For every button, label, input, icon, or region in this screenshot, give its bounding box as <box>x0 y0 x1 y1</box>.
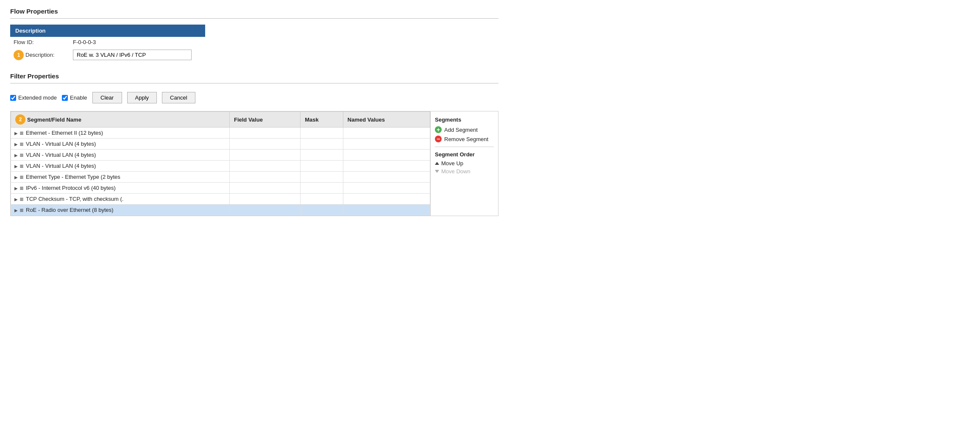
flow-id-label: Flow ID: <box>10 37 70 47</box>
row-expander[interactable]: ▶ <box>14 197 18 202</box>
row-expander[interactable]: ▶ <box>14 153 18 158</box>
segments-sidebar: Segments + Add Segment − Remove Segment … <box>430 111 498 216</box>
filter-table-layout: 2 Segment/Field Name Field Value Mask Na… <box>10 111 498 216</box>
segment-icon: ≣ <box>19 152 24 158</box>
sidebar-divider <box>435 147 494 147</box>
enable-checkbox[interactable] <box>62 95 68 101</box>
description-header: Description <box>10 25 205 37</box>
row-expander[interactable]: ▶ <box>14 208 18 213</box>
enable-label: Enable <box>70 94 87 101</box>
col-field-value: Field Value <box>229 112 300 128</box>
field-value-cell <box>229 205 300 216</box>
named-values-cell <box>343 128 430 139</box>
segment-name-text: VLAN - Virtual LAN (4 bytes) <box>26 152 96 158</box>
flow-id-row: Flow ID: F-0-0-0-3 <box>10 37 205 47</box>
add-segment-action[interactable]: + Add Segment <box>435 126 494 133</box>
segment-icon: ≣ <box>19 196 24 202</box>
row-expander[interactable]: ▶ <box>14 186 18 191</box>
step-badge-1: 1 <box>14 50 24 60</box>
remove-segment-action[interactable]: − Remove Segment <box>435 136 494 142</box>
segment-icon: ≣ <box>19 207 24 213</box>
table-header-row: 2 Segment/Field Name Field Value Mask Na… <box>11 112 430 128</box>
flow-id-value: F-0-0-0-3 <box>70 37 205 47</box>
field-value-cell <box>229 172 300 183</box>
segment-icon: ≣ <box>19 174 24 180</box>
enable-checkbox-label[interactable]: Enable <box>62 94 87 101</box>
flow-properties-title: Flow Properties <box>10 8 498 15</box>
description-table: Description Flow ID: F-0-0-0-3 1 Descrip… <box>10 25 205 62</box>
col-segment-field-name-text: Segment/Field Name <box>27 117 81 123</box>
description-label-text: Description: <box>25 52 55 58</box>
apply-button[interactable]: Apply <box>127 92 157 103</box>
segments-table-container: 2 Segment/Field Name Field Value Mask Na… <box>11 111 430 216</box>
row-expander[interactable]: ▶ <box>14 131 18 136</box>
filter-properties-title: Filter Properties <box>10 72 498 80</box>
segment-order-title: Segment Order <box>435 151 494 158</box>
move-up-action[interactable]: Move Up <box>435 160 494 167</box>
filter-properties-section: Filter Properties Extended mode Enable C… <box>10 72 498 216</box>
mask-cell <box>301 172 343 183</box>
move-down-icon <box>435 170 439 173</box>
mask-cell <box>301 183 343 194</box>
field-value-cell <box>229 139 300 150</box>
description-input[interactable] <box>73 50 192 60</box>
move-up-label: Move Up <box>441 160 463 167</box>
row-expander[interactable]: ▶ <box>14 164 18 169</box>
extended-mode-checkbox-label[interactable]: Extended mode <box>10 94 57 101</box>
segment-name-cell: ▶≣IPv6 - Internet Protocol v6 (40 bytes) <box>11 183 230 194</box>
table-row[interactable]: ▶≣Ethernet Type - Ethernet Type (2 bytes <box>11 172 430 183</box>
description-row: 1 Description: <box>10 47 205 62</box>
mask-cell <box>301 128 343 139</box>
segments-table: 2 Segment/Field Name Field Value Mask Na… <box>11 111 430 216</box>
col-mask: Mask <box>301 112 343 128</box>
segment-name-text: Ethernet Type - Ethernet Type (2 bytes <box>26 174 120 180</box>
table-row[interactable]: ▶≣Ethernet - Ethernet II (12 bytes) <box>11 128 430 139</box>
clear-button[interactable]: Clear <box>92 92 122 103</box>
move-down-action[interactable]: Move Down <box>435 168 494 175</box>
segment-name-cell: ▶≣Ethernet - Ethernet II (12 bytes) <box>11 128 230 139</box>
segment-name-cell: ▶≣TCP Checksum - TCP, with checksum (. <box>11 194 230 205</box>
segment-icon: ≣ <box>19 163 24 169</box>
filter-controls: Extended mode Enable Clear Apply Cancel <box>10 89 498 106</box>
table-row[interactable]: ▶≣VLAN - Virtual LAN (4 bytes) <box>11 161 430 172</box>
named-values-cell <box>343 205 430 216</box>
named-values-cell <box>343 172 430 183</box>
description-row-label: 1 Description: <box>10 47 70 62</box>
field-value-cell <box>229 150 300 161</box>
segment-name-cell: ▶≣VLAN - Virtual LAN (4 bytes) <box>11 161 230 172</box>
table-row[interactable]: ▶≣IPv6 - Internet Protocol v6 (40 bytes) <box>11 183 430 194</box>
description-header-row: Description <box>10 25 205 37</box>
mask-cell <box>301 194 343 205</box>
named-values-cell <box>343 194 430 205</box>
move-down-label: Move Down <box>441 168 471 175</box>
table-row[interactable]: ▶≣VLAN - Virtual LAN (4 bytes) <box>11 139 430 150</box>
sidebar-segments-title: Segments <box>435 117 494 123</box>
named-values-cell <box>343 150 430 161</box>
table-row[interactable]: ▶≣VLAN - Virtual LAN (4 bytes) <box>11 150 430 161</box>
add-segment-label: Add Segment <box>444 127 478 133</box>
segment-name-text: RoE - Radio over Ethernet (8 bytes) <box>26 207 114 213</box>
segment-icon: ≣ <box>19 130 24 136</box>
cancel-button[interactable]: Cancel <box>162 92 195 103</box>
row-expander[interactable]: ▶ <box>14 142 18 147</box>
mask-cell <box>301 205 343 216</box>
named-values-cell <box>343 139 430 150</box>
row-expander[interactable]: ▶ <box>14 175 18 180</box>
extended-mode-label: Extended mode <box>18 94 57 101</box>
segment-icon: ≣ <box>19 141 24 147</box>
remove-segment-icon: − <box>435 136 442 142</box>
segment-name-cell: ▶≣VLAN - Virtual LAN (4 bytes) <box>11 139 230 150</box>
add-segment-icon: + <box>435 126 442 133</box>
segment-name-cell: ▶≣Ethernet Type - Ethernet Type (2 bytes <box>11 172 230 183</box>
table-row[interactable]: ▶≣RoE - Radio over Ethernet (8 bytes) <box>11 205 430 216</box>
named-values-cell <box>343 183 430 194</box>
field-value-cell <box>229 194 300 205</box>
description-input-cell <box>70 47 205 62</box>
extended-mode-checkbox[interactable] <box>10 95 16 101</box>
step-badge-2: 2 <box>15 114 25 125</box>
field-value-cell <box>229 161 300 172</box>
field-value-cell <box>229 128 300 139</box>
segment-name-text: VLAN - Virtual LAN (4 bytes) <box>26 163 96 169</box>
filter-properties-divider <box>10 83 498 83</box>
table-row[interactable]: ▶≣TCP Checksum - TCP, with checksum (. <box>11 194 430 205</box>
